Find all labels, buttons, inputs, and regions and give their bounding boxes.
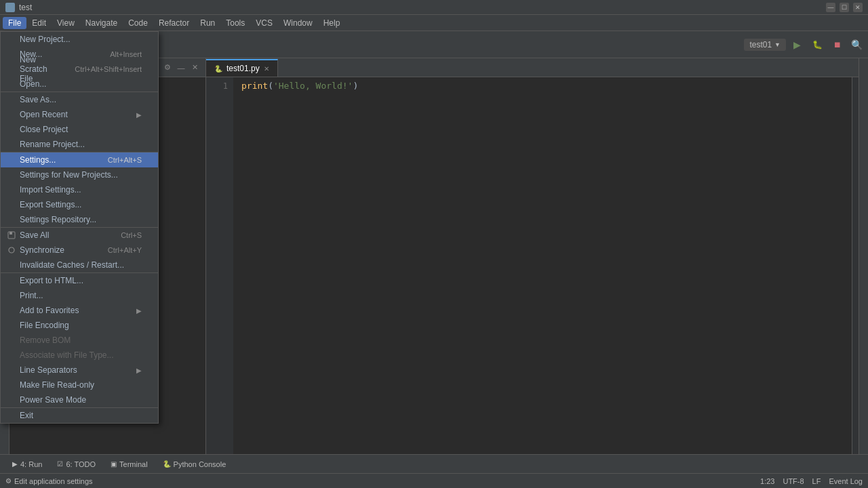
menu-settings-repository[interactable]: Settings Repository... — [1, 212, 158, 227]
menu-new-scratch[interactable]: New Scratch File Ctrl+Alt+Shift+Insert — [1, 62, 158, 77]
menu-bar: File Edit View Navigate Code Refactor Ru… — [0, 15, 868, 31]
scratch-icon — [6, 64, 17, 75]
menu-window[interactable]: Window — [278, 17, 318, 29]
bottom-tab-todo[interactable]: ☑ 6: TODO — [50, 456, 102, 472]
bottom-tab-terminal[interactable]: ▣ Terminal — [104, 456, 155, 472]
menu-refactor[interactable]: Refactor — [153, 17, 195, 29]
menu-make-readonly[interactable]: Make File Read-only — [1, 378, 158, 392]
status-left: ⚙ Edit application settings — [5, 477, 93, 485]
bottom-tab-python[interactable]: 🐍 Python Console — [156, 456, 233, 472]
right-scrollbar[interactable] — [852, 77, 859, 454]
panel-collapse-icon[interactable]: — — [176, 62, 186, 73]
editor-tabs: 🐍 test01.py ✕ — [206, 58, 859, 77]
file-menu-dropdown: New Project... New... Alt+Insert New Scr… — [0, 31, 159, 424]
menu-settings-new-projects[interactable]: Settings for New Projects... — [1, 167, 158, 182]
debug-button[interactable]: 🐛 — [808, 35, 827, 54]
minimize-button[interactable]: — — [826, 3, 835, 12]
panel-settings-icon[interactable]: ⚙ — [162, 62, 173, 73]
menu-settings[interactable]: Settings... Ctrl+Alt+S — [1, 152, 158, 167]
readonly-icon — [6, 380, 17, 390]
menu-export-html[interactable]: Export to HTML... — [1, 273, 158, 288]
tab-label: test01.py — [226, 64, 260, 73]
todo-tab-icon: ☑ — [57, 460, 63, 468]
menu-line-separators[interactable]: Line Separators ▶ — [1, 363, 158, 378]
python-tab-label: Python Console — [174, 460, 226, 468]
menu-section-export: Export to HTML... Print... Add to Favori… — [1, 273, 158, 408]
code-editor[interactable]: print('Hello, World!') — [233, 77, 852, 454]
power-save-icon — [6, 394, 17, 405]
editor-tab-0[interactable]: 🐍 test01.py ✕ — [206, 59, 278, 77]
menu-view[interactable]: View — [52, 17, 80, 29]
save-as-icon — [6, 94, 17, 105]
menu-vcs[interactable]: VCS — [250, 17, 278, 29]
stop-button[interactable]: ⏹ — [829, 37, 846, 53]
title-bar: test — ☐ ✕ — [0, 0, 868, 15]
menu-run[interactable]: Run — [195, 17, 220, 29]
close-button[interactable]: ✕ — [853, 3, 863, 12]
import-label: Import Settings... — [20, 185, 81, 195]
menu-section-settings: Settings... Ctrl+Alt+S Settings for New … — [1, 152, 158, 228]
menu-power-save[interactable]: Power Save Mode — [1, 392, 158, 407]
menu-close-project[interactable]: Close Project — [1, 122, 158, 137]
status-left-text: Edit application settings — [14, 477, 93, 485]
exit-label: Exit — [20, 411, 33, 420]
open-recent-icon — [6, 109, 17, 120]
code-fn-print: print — [241, 81, 268, 91]
settings-icon — [6, 155, 17, 165]
sync-icon — [6, 245, 17, 256]
dropdown-menu: New Project... New... Alt+Insert New Scr… — [0, 31, 159, 424]
menu-new-project[interactable]: New Project... — [1, 32, 158, 47]
event-log[interactable]: Event Log — [829, 477, 863, 485]
tab-icon: 🐍 — [214, 65, 222, 73]
menu-file-encoding[interactable]: File Encoding — [1, 318, 158, 333]
close-project-icon — [6, 124, 17, 135]
terminal-tab-icon: ▣ — [111, 460, 117, 468]
menu-file[interactable]: File — [3, 17, 26, 29]
run-config-selector[interactable]: test01 ▼ — [744, 39, 786, 51]
menu-code[interactable]: Code — [123, 17, 153, 29]
menu-open[interactable]: Open... — [1, 77, 158, 92]
window-controls[interactable]: — ☐ ✕ — [826, 3, 863, 12]
menu-import-settings[interactable]: Import Settings... — [1, 182, 158, 197]
open-icon — [6, 79, 17, 89]
menu-rename-project[interactable]: Rename Project... — [1, 137, 158, 152]
status-right: 1:23 UTF-8 LF Event Log — [760, 477, 863, 485]
menu-edit[interactable]: Edit — [26, 17, 52, 29]
search-everywhere-icon[interactable]: 🔍 — [851, 39, 863, 50]
menu-remove-bom: Remove BOM — [1, 333, 158, 348]
menu-export-settings[interactable]: Export Settings... — [1, 197, 158, 212]
menu-section-save: Save As... Open Recent ▶ Close Project — [1, 92, 158, 152]
menu-print[interactable]: Print... — [1, 288, 158, 303]
menu-open-recent[interactable]: Open Recent ▶ — [1, 107, 158, 122]
tab-close-icon[interactable]: ✕ — [264, 65, 269, 73]
sync-label: Synchronize — [20, 245, 64, 255]
menu-save-all[interactable]: Save All Ctrl+S — [1, 228, 158, 243]
save-as-label: Save As... — [20, 95, 56, 104]
readonly-label: Make File Read-only — [20, 380, 94, 390]
settings-new-icon — [6, 169, 17, 180]
new-project-label: New Project... — [20, 35, 71, 44]
new-project-icon — [6, 34, 17, 45]
menu-associate-file-type: Associate with File Type... — [1, 348, 158, 363]
menu-help[interactable]: Help — [318, 17, 346, 29]
run-button[interactable]: ▶ — [789, 37, 805, 53]
menu-tools[interactable]: Tools — [220, 17, 250, 29]
menu-invalidate-caches[interactable]: Invalidate Caches / Restart... — [1, 258, 158, 272]
print-icon — [6, 290, 17, 301]
menu-navigate[interactable]: Navigate — [80, 17, 123, 29]
editor-area: 🐍 test01.py ✕ 1 print('Hello, World!') — [206, 58, 859, 454]
close-project-label: Close Project — [20, 125, 68, 134]
menu-synchronize[interactable]: Synchronize Ctrl+Alt+Y — [1, 243, 158, 258]
menu-save-as[interactable]: Save As... — [1, 92, 158, 107]
maximize-button[interactable]: ☐ — [840, 3, 849, 12]
exit-icon — [6, 410, 17, 421]
line-sep-icon — [6, 365, 17, 375]
bottom-tab-run[interactable]: ▶ 4: Run — [5, 456, 49, 472]
save-all-icon — [6, 230, 17, 241]
menu-add-favorites[interactable]: Add to Favorites ▶ — [1, 303, 158, 318]
line-numbers: 1 — [206, 77, 233, 454]
app-icon — [5, 3, 15, 12]
export-icon — [6, 199, 17, 210]
panel-hide-icon[interactable]: ✕ — [189, 62, 200, 73]
menu-exit[interactable]: Exit — [1, 408, 158, 423]
